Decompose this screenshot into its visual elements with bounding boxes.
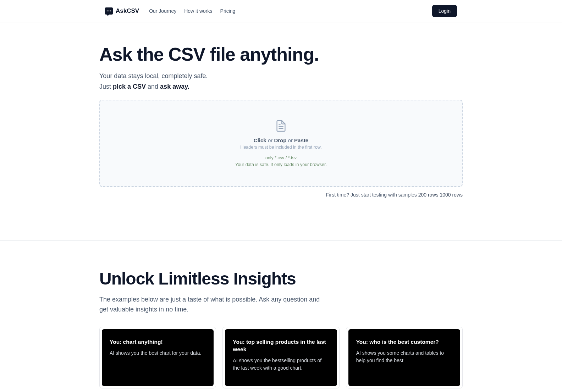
card-desc: AI shows you some charts and tables to h… [356,349,452,364]
sample-1000-rows-link[interactable]: 1000 rows [440,192,463,198]
insights-subtitle: The examples below are just a taste of w… [99,295,326,315]
chat-bubble-icon [105,7,113,15]
dropzone-file-types: only *.csv / *.tsv [107,155,455,161]
insights-section: Unlock Limitless Insights The examples b… [99,241,463,388]
sample-200-rows-link[interactable]: 200 rows [418,192,439,198]
card-desc: AI shows you the bestselling products of… [233,357,329,372]
card-title: You: chart anything! [110,338,206,346]
dropzone-title: Click or Drop or Paste [107,137,455,143]
brand-name: AskCSV [116,7,139,15]
dropzone-click: Click [254,137,266,143]
hero-subtitle-line1: Your data stays local, completely safe. [99,72,208,79]
dropzone-or2: or [286,137,294,143]
dropzone-drop: Drop [274,137,286,143]
file-dropzone[interactable]: Click or Drop or Paste Headers must be i… [99,100,463,187]
dropzone-paste: Paste [294,137,308,143]
card-desc: AI shows you the best chart for your dat… [110,349,206,357]
nav-our-journey[interactable]: Our Journey [149,8,176,14]
example-card[interactable]: You: who is the best customer? AI shows … [346,327,463,388]
dropzone-headers-note: Headers must be included in the first ro… [107,145,455,150]
hero-subtitle-just: Just [99,83,113,90]
nav-how-it-works[interactable]: How it works [184,8,212,14]
card-title: You: top selling products in the last we… [233,338,329,353]
samples-prefix: First time? Just start testing with samp… [326,192,418,198]
example-cards: You: chart anything! AI shows you the be… [99,327,463,388]
insights-title: Unlock Limitless Insights [99,269,463,288]
header: AskCSV Our Journey How it works Pricing … [0,0,562,22]
hero-subtitle-ask: ask away. [160,83,189,90]
hero-subtitle-pick: pick a CSV [113,83,146,90]
file-document-icon [276,120,286,132]
hero-title: Ask the CSV file anything. [99,44,463,65]
dropzone-safety: Your data is safe. It only loads in your… [107,161,455,168]
hero-subtitle-and: and [146,83,160,90]
samples-row: First time? Just start testing with samp… [99,192,463,198]
hero-section: Ask the CSV file anything. Your data sta… [99,22,463,215]
nav-pricing[interactable]: Pricing [220,8,236,14]
example-card[interactable]: You: top selling products in the last we… [222,327,339,388]
card-title: You: who is the best customer? [356,338,452,346]
example-card[interactable]: You: chart anything! AI shows you the be… [99,327,216,388]
hero-subtitle: Your data stays local, completely safe. … [99,71,463,92]
dropzone-or1: or [266,137,274,143]
login-button[interactable]: Login [432,5,457,17]
logo[interactable]: AskCSV [105,7,139,15]
main-nav: Our Journey How it works Pricing [149,8,235,14]
